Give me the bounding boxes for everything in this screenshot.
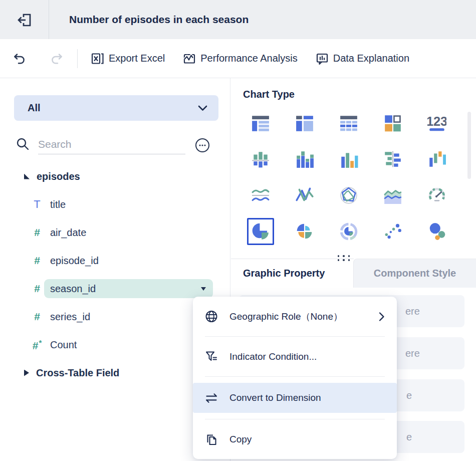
scatter-icon xyxy=(383,222,402,241)
chart-type-donut[interactable] xyxy=(327,213,371,250)
pie-icon xyxy=(251,222,270,241)
back-button[interactable] xyxy=(0,0,49,39)
menu-item-label: Indicator Condition... xyxy=(229,351,317,362)
export-excel-button[interactable]: Export Excel xyxy=(91,52,165,65)
stacked-column-icon xyxy=(295,150,314,169)
menu-item-copy[interactable]: Copy xyxy=(193,419,397,459)
chart-type-detail-table[interactable] xyxy=(327,105,371,141)
chart-type-bubble[interactable] xyxy=(415,213,459,250)
grouped-table-icon xyxy=(251,114,270,133)
tab-component-style[interactable]: Component Style xyxy=(353,259,476,288)
redo-icon xyxy=(50,52,63,65)
range-column-icon xyxy=(427,150,446,169)
chart-type-grouped-table[interactable] xyxy=(239,105,283,141)
donut-icon xyxy=(339,222,358,241)
chart-type-kpi-grid[interactable] xyxy=(371,105,415,141)
table-filter-value: All xyxy=(28,102,198,114)
data-explanation-button[interactable]: Data Explanation xyxy=(316,52,409,65)
back-exit-icon xyxy=(17,12,33,28)
chart-type-rose-pie[interactable] xyxy=(283,213,327,250)
column-icon xyxy=(339,150,358,169)
gauge-icon xyxy=(427,186,446,205)
more-chart-types-handle[interactable] xyxy=(336,254,352,262)
field-label: title xyxy=(50,199,66,210)
chart-type-cross-table[interactable] xyxy=(283,105,327,141)
detail-table-icon xyxy=(339,114,358,133)
search-input[interactable] xyxy=(38,134,185,154)
field-menu-caret-icon[interactable] xyxy=(201,287,206,291)
menu-item-convert-to-dimension[interactable]: Convert to Dimension xyxy=(193,377,397,419)
chart-type-heading: Chart Type xyxy=(243,89,295,100)
bubble-icon xyxy=(427,222,446,241)
chevron-down-icon xyxy=(198,105,207,111)
convert-icon xyxy=(205,391,218,405)
drop-zone-placeholder-fragment: e xyxy=(406,390,412,401)
bidirectional-column-icon xyxy=(251,150,270,169)
chart-type-curve-line[interactable] xyxy=(283,177,327,213)
search-row xyxy=(14,132,216,157)
chart-type-pie[interactable] xyxy=(239,213,283,250)
indicator-condition-icon xyxy=(205,350,218,363)
line-icon xyxy=(251,186,270,205)
drop-zone-placeholder-fragment: e xyxy=(406,431,412,443)
toolbar-divider xyxy=(77,49,78,68)
field-row-air-date[interactable]: # air_date xyxy=(0,218,230,247)
chart-type-gauge[interactable] xyxy=(415,177,459,213)
rose-pie-icon xyxy=(295,222,314,241)
chart-type-bidirectional-column[interactable] xyxy=(239,141,283,177)
calculated-number-field-icon: #* xyxy=(28,338,46,352)
chart-grid-scrollbar[interactable] xyxy=(467,112,471,179)
number-field-icon: # xyxy=(28,311,46,323)
drop-zone-placeholder-fragment: ere xyxy=(405,306,420,317)
chart-type-area[interactable] xyxy=(371,177,415,213)
chart-type-scatter[interactable] xyxy=(371,213,415,250)
globe-icon xyxy=(205,310,218,323)
chart-type-kpi-card[interactable]: 123 xyxy=(415,105,459,141)
radar-icon xyxy=(339,186,358,205)
performance-analysis-label: Performance Analysis xyxy=(200,53,297,64)
area-icon xyxy=(383,186,402,205)
chart-type-range-column[interactable] xyxy=(415,141,459,177)
field-context-menu: Geographic Role（None） Indicator Conditio… xyxy=(193,297,397,459)
chart-type-bidirectional-bar[interactable] xyxy=(371,141,415,177)
expanded-triangle-icon xyxy=(24,174,30,179)
tree-group-episodes[interactable]: episodes xyxy=(0,162,230,190)
menu-item-label: Copy xyxy=(229,434,252,445)
undo-button[interactable] xyxy=(13,52,27,65)
menu-item-label: Convert to Dimension xyxy=(229,392,321,403)
tab-graphic-property[interactable]: Graphic Property xyxy=(243,259,325,288)
redo-button[interactable] xyxy=(50,52,63,65)
performance-icon xyxy=(183,52,196,65)
menu-item-label: Geographic Role（None） xyxy=(229,310,343,323)
field-row-episode-id[interactable]: # episode_id xyxy=(0,247,230,275)
export-excel-label: Export Excel xyxy=(109,53,165,64)
table-filter-select[interactable]: All xyxy=(14,95,218,121)
menu-item-indicator-condition[interactable]: Indicator Condition... xyxy=(193,337,397,376)
chart-type-column[interactable] xyxy=(327,141,371,177)
page-title: Number of episodes in each season xyxy=(69,0,249,39)
menu-item-geographic-role[interactable]: Geographic Role（None） xyxy=(193,297,397,336)
toolbar: Export Excel Performance Analysis Data E… xyxy=(0,39,476,78)
submenu-chevron-right-icon xyxy=(379,312,385,322)
chart-type-line[interactable] xyxy=(239,177,283,213)
excel-icon xyxy=(91,52,104,65)
svg-text:123: 123 xyxy=(427,114,446,128)
performance-analysis-button[interactable]: Performance Analysis xyxy=(183,52,297,65)
field-label: series_id xyxy=(50,311,90,323)
curve-line-icon xyxy=(295,186,314,205)
bidirectional-bar-icon xyxy=(383,150,402,169)
data-explanation-icon xyxy=(316,52,329,65)
group-label: episodes xyxy=(37,171,80,182)
kpi-card-icon: 123 xyxy=(427,114,446,133)
chart-type-radar[interactable] xyxy=(327,177,371,213)
more-options-icon[interactable] xyxy=(195,138,210,153)
field-label: episode_id xyxy=(50,255,99,267)
collapsed-triangle-icon xyxy=(24,370,29,376)
field-label: Count xyxy=(50,339,77,351)
copy-icon xyxy=(205,433,218,446)
data-explanation-label: Data Explanation xyxy=(333,53,409,64)
chart-type-stacked-column[interactable] xyxy=(283,141,327,177)
group-label: Cross-Table Field xyxy=(36,367,119,379)
field-row-title[interactable]: T title xyxy=(0,190,230,218)
chart-type-grid: 123 xyxy=(239,105,459,250)
